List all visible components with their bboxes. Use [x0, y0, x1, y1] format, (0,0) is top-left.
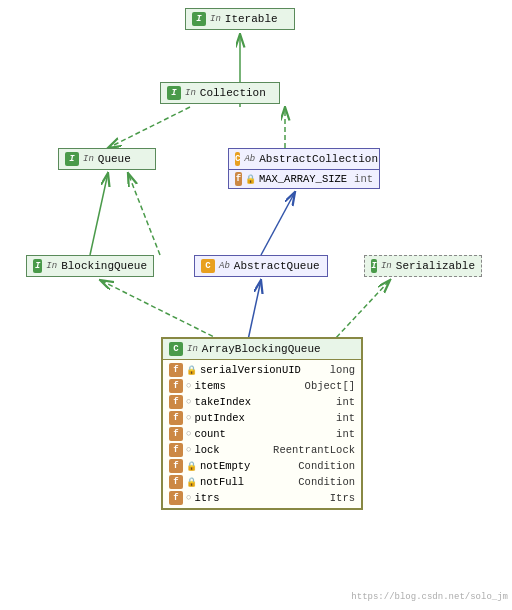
blockingqueue-icon: I [33, 259, 42, 273]
vis-icon: 🔒 [186, 461, 197, 472]
abstractcollection-box: C Ab AbstractCollection f 🔒 MAX_ARRAY_SI… [228, 148, 380, 189]
field-type: int [336, 412, 355, 424]
svg-line-5 [261, 192, 295, 255]
field-name: notEmpty [200, 460, 295, 472]
table-row: f 🔒 serialVersionUID long [167, 362, 357, 378]
serializable-label: Serializable [396, 260, 475, 272]
f-icon: f [169, 379, 183, 393]
field-type: long [330, 364, 355, 376]
maxarraysize-f-icon: f [235, 172, 242, 186]
serializable-box: I In Serializable [364, 255, 482, 277]
iterable-icon: I [192, 12, 206, 26]
svg-line-2 [108, 107, 190, 148]
abq-class-icon: C [169, 342, 183, 356]
blockingqueue-label: BlockingQueue [61, 260, 147, 272]
svg-line-4 [128, 173, 160, 255]
vis-icon: ○ [186, 413, 191, 423]
f-icon: f [169, 363, 183, 377]
f-icon: f [169, 395, 183, 409]
vis-icon: ○ [186, 445, 191, 455]
vis-icon: ○ [186, 381, 191, 391]
abstractcollection-icon: C [235, 152, 240, 166]
field-type: Condition [298, 460, 355, 472]
f-icon: f [169, 475, 183, 489]
maxarraysize-vis: 🔒 [245, 174, 256, 185]
queue-icon: I [65, 152, 79, 166]
watermark: https://blog.csdn.net/solo_jm [351, 592, 508, 602]
table-row: f ○ itrs Itrs [167, 490, 357, 506]
vis-icon: ○ [186, 493, 191, 503]
maxarraysize-type: int [354, 173, 373, 185]
field-name: takeIndex [194, 396, 333, 408]
field-name: serialVersionUID [200, 364, 327, 376]
table-row: f 🔒 notFull Condition [167, 474, 357, 490]
diagram: I In Iterable I In Collection C Ab Abstr… [0, 0, 512, 610]
vis-icon: ○ [186, 397, 191, 407]
field-type: int [336, 396, 355, 408]
queue-box: I In Queue [58, 148, 156, 170]
svg-line-6 [100, 280, 220, 340]
f-icon: f [169, 411, 183, 425]
table-row: f ○ count int [167, 426, 357, 442]
table-row: f ○ items Object[] [167, 378, 357, 394]
vis-icon: 🔒 [186, 365, 197, 376]
table-row: f ○ putIndex int [167, 410, 357, 426]
svg-line-3 [90, 173, 108, 255]
f-icon: f [169, 443, 183, 457]
field-name: putIndex [194, 412, 333, 424]
collection-icon: I [167, 86, 181, 100]
table-row: f ○ takeIndex int [167, 394, 357, 410]
table-row: f 🔒 notEmpty Condition [167, 458, 357, 474]
iterable-box: I In Iterable [185, 8, 295, 30]
collection-label: Collection [200, 87, 266, 99]
table-row: f ○ lock ReentrantLock [167, 442, 357, 458]
field-name: itrs [194, 492, 326, 504]
field-name: items [194, 380, 301, 392]
field-type: ReentrantLock [273, 444, 355, 456]
maxarraysize-label: MAX_ARRAY_SIZE [259, 173, 347, 185]
queue-label: Queue [98, 153, 131, 165]
vis-icon: ○ [186, 429, 191, 439]
arrayblockingqueue-header: C In ArrayBlockingQueue [163, 339, 361, 360]
field-name: notFull [200, 476, 295, 488]
abstractqueue-icon: C [201, 259, 215, 273]
abq-fields: f 🔒 serialVersionUID long f ○ items Obje… [163, 360, 361, 508]
iterable-label: Iterable [225, 13, 278, 25]
svg-line-7 [248, 280, 261, 340]
field-name: count [194, 428, 333, 440]
f-icon: f [169, 491, 183, 505]
blockingqueue-box: I In BlockingQueue [26, 255, 154, 277]
abq-label: ArrayBlockingQueue [202, 343, 321, 355]
f-icon: f [169, 459, 183, 473]
field-type: int [336, 428, 355, 440]
field-type: Condition [298, 476, 355, 488]
vis-icon: 🔒 [186, 477, 197, 488]
collection-box: I In Collection [160, 82, 280, 104]
arrayblockingqueue-box: C In ArrayBlockingQueue f 🔒 serialVersio… [161, 337, 363, 510]
abstractqueue-box: C Ab AbstractQueue [194, 255, 328, 277]
f-icon: f [169, 427, 183, 441]
field-type: Itrs [330, 492, 355, 504]
abstractqueue-label: AbstractQueue [234, 260, 320, 272]
abstractcollection-label: AbstractCollection [259, 153, 378, 165]
field-type: Object[] [305, 380, 355, 392]
serializable-icon: I [371, 259, 377, 273]
field-name: lock [194, 444, 270, 456]
